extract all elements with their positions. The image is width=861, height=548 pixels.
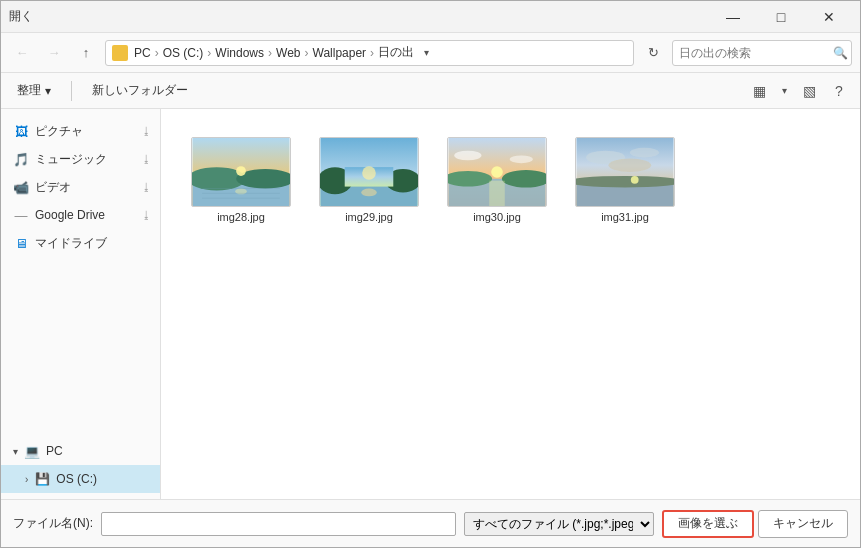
toolbar-separator (71, 81, 72, 101)
svg-point-14 (362, 166, 376, 180)
breadcrumb-pc[interactable]: PC (134, 46, 151, 60)
svg-point-4 (236, 166, 246, 176)
sidebar-label-googledrive: Google Drive (35, 208, 105, 222)
pin-icon-video: ⭳ (141, 181, 152, 193)
folder-icon (112, 45, 128, 61)
file-name-img28: img28.jpg (217, 211, 265, 223)
music-icon: 🎵 (13, 151, 29, 167)
maximize-button[interactable]: □ (758, 2, 804, 32)
sidebar-label-music: ミュージック (35, 151, 107, 168)
sidebar-label-pictures: ピクチャ (35, 123, 83, 140)
thumbnail-img28 (191, 137, 291, 207)
open-dialog: 開く — □ ✕ ← → ↑ PC › OS (C:) › Windows › … (0, 0, 861, 548)
sidebar-label-mydrive: マイドライブ (35, 235, 107, 252)
sidebar-label-osc: OS (C:) (56, 472, 97, 486)
pin-icon-pictures: ⭳ (141, 125, 152, 137)
file-area: img28.jpg (161, 109, 860, 499)
sidebar: 🖼 ピクチャ ⭳ 🎵 ミュージック ⭳ 📹 ビデオ ⭳ — Google Dri… (1, 109, 161, 499)
svg-rect-23 (489, 181, 505, 206)
svg-point-30 (631, 176, 639, 184)
svg-point-27 (608, 158, 651, 172)
organize-label: 整理 (17, 82, 41, 99)
pc-icon: 💻 (24, 443, 40, 459)
tree-expand-icon: ▾ (13, 446, 18, 457)
file-item-img30[interactable]: img30.jpg (437, 129, 557, 231)
sep5: › (370, 46, 374, 60)
breadcrumb-web[interactable]: Web (276, 46, 300, 60)
address-bar: ← → ↑ PC › OS (C:) › Windows › Web › Wal… (1, 33, 860, 73)
thumbnail-img30 (447, 137, 547, 207)
view-toggle-button[interactable]: ▦ (746, 78, 772, 104)
breadcrumb-windows[interactable]: Windows (215, 46, 264, 60)
toolbar-right: ▦ ▾ ▧ ? (746, 78, 852, 104)
search-icon: 🔍 (833, 46, 848, 60)
close-button[interactable]: ✕ (806, 2, 852, 32)
file-name-img31: img31.jpg (601, 211, 649, 223)
cancel-button[interactable]: キャンセル (758, 510, 848, 538)
pane-button[interactable]: ▧ (796, 78, 822, 104)
content-area: 🖼 ピクチャ ⭳ 🎵 ミュージック ⭳ 📹 ビデオ ⭳ — Google Dri… (1, 109, 860, 499)
filetype-select[interactable]: すべてのファイル (*.jpg;*.jpeg;*.bmp (464, 512, 654, 536)
mydrive-icon: 🖥 (13, 235, 29, 251)
organize-button[interactable]: 整理 ▾ (9, 78, 59, 104)
file-item-img31[interactable]: img31.jpg (565, 129, 685, 231)
help-button[interactable]: ? (826, 78, 852, 104)
sidebar-item-googledrive[interactable]: — Google Drive ⭳ (1, 201, 160, 229)
minimize-button[interactable]: — (710, 2, 756, 32)
open-button[interactable]: 画像を選ぶ (662, 510, 754, 538)
file-name-img30: img30.jpg (473, 211, 521, 223)
organize-arrow: ▾ (45, 84, 51, 98)
breadcrumb-hinode[interactable]: 日の出 (378, 44, 414, 61)
sep3: › (268, 46, 272, 60)
video-icon: 📹 (13, 179, 29, 195)
refresh-button[interactable]: ↻ (640, 40, 666, 66)
osc-icon: 💾 (34, 471, 50, 487)
breadcrumb-osc[interactable]: OS (C:) (163, 46, 204, 60)
svg-point-20 (491, 166, 503, 178)
search-input[interactable] (679, 46, 829, 60)
bottom-bar: ファイル名(N): すべてのファイル (*.jpg;*.jpeg;*.bmp 画… (1, 499, 860, 547)
forward-button[interactable]: → (41, 40, 67, 66)
sep2: › (207, 46, 211, 60)
view-dropdown-button[interactable]: ▾ (776, 78, 792, 104)
filename-input[interactable] (101, 512, 456, 536)
thumbnail-img31 (575, 137, 675, 207)
svg-point-15 (361, 189, 377, 197)
sidebar-tree-osc[interactable]: › 💾 OS (C:) (1, 465, 160, 493)
sidebar-tree-pc[interactable]: ▾ 💻 PC (1, 437, 160, 465)
file-name-img29: img29.jpg (345, 211, 393, 223)
bottom-actions: 画像を選ぶ キャンセル (662, 510, 848, 538)
breadcrumb-wallpaper[interactable]: Wallpaper (313, 46, 367, 60)
toolbar: 整理 ▾ 新しいフォルダー ▦ ▾ ▧ ? (1, 73, 860, 109)
title-bar: 開く — □ ✕ (1, 1, 860, 33)
sidebar-item-video[interactable]: 📹 ビデオ ⭳ (1, 173, 160, 201)
sidebar-item-music[interactable]: 🎵 ミュージック ⭳ (1, 145, 160, 173)
new-folder-label: 新しいフォルダー (92, 82, 188, 99)
new-folder-button[interactable]: 新しいフォルダー (84, 78, 196, 104)
tree-expand-osc: › (25, 474, 28, 485)
breadcrumb-bar[interactable]: PC › OS (C:) › Windows › Web › Wallpaper… (105, 40, 634, 66)
pictures-icon: 🖼 (13, 123, 29, 139)
sep4: › (305, 46, 309, 60)
pin-icon-googledrive: ⭳ (141, 209, 152, 221)
filename-label: ファイル名(N): (13, 515, 93, 532)
file-item-img29[interactable]: img29.jpg (309, 129, 429, 231)
back-button[interactable]: ← (9, 40, 35, 66)
up-button[interactable]: ↑ (73, 40, 99, 66)
sidebar-label-video: ビデオ (35, 179, 71, 196)
googledrive-icon: — (13, 207, 29, 223)
sidebar-label-pc: PC (46, 444, 63, 458)
breadcrumb-dropdown[interactable]: ▾ (416, 41, 436, 65)
file-item-img28[interactable]: img28.jpg (181, 129, 301, 231)
thumbnail-img29 (319, 137, 419, 207)
svg-point-21 (454, 151, 481, 161)
svg-point-29 (576, 176, 674, 188)
sidebar-item-mydrive[interactable]: 🖥 マイドライブ (1, 229, 160, 257)
search-box: 🔍 (672, 40, 852, 66)
title-bar-controls: — □ ✕ (710, 2, 852, 32)
sep1: › (155, 46, 159, 60)
svg-point-22 (510, 155, 533, 163)
sidebar-item-pictures[interactable]: 🖼 ピクチャ ⭳ (1, 117, 160, 145)
svg-point-26 (630, 148, 659, 158)
dialog-title: 開く (9, 8, 33, 25)
